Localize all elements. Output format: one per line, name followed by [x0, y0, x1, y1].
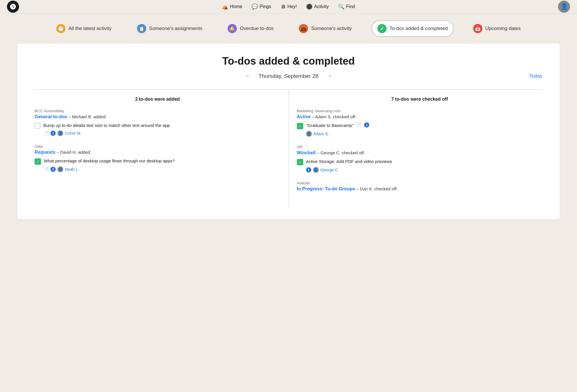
- assignments-icon: 📋: [137, 24, 146, 33]
- assignee-name-c1[interactable]: Adam S.: [314, 132, 329, 136]
- all-activity-icon: 🕐: [56, 24, 65, 33]
- nav-home-label: Home: [230, 4, 242, 9]
- todo-meta-1: 📄 1 👤 Conor M.: [44, 130, 280, 136]
- find-icon: 🔍: [338, 3, 344, 10]
- todos-added-icon: ✓: [377, 24, 387, 33]
- comment-count-c1: 1: [364, 122, 369, 127]
- todo-checked-by-2: Winchell – George C. checked off:: [297, 150, 543, 155]
- todo-group-data: Data Requests – David H. added: ✓ What p…: [35, 144, 280, 172]
- comment-count-1: 1: [50, 131, 56, 136]
- assignee-avatar-2: 👤: [57, 166, 63, 172]
- nav-find[interactable]: 🔍 Find: [338, 3, 355, 10]
- project-label-sip: SIP: [297, 145, 543, 149]
- todo-meta-c1: 👤 Adam S.: [306, 131, 543, 137]
- completed-column-header: 7 to-dos were checked off: [297, 97, 543, 102]
- filter-todos-label: To-dos added & completed: [389, 26, 448, 31]
- todo-item-2: ✓ What percentage of desktop usage flows…: [35, 158, 280, 165]
- todo-group-sip: SIP Winchell – George C. checked off: ✓ …: [297, 145, 543, 173]
- date-navigation: ← Thursday, September 28 → Today: [35, 72, 542, 80]
- todo-text-1: Bump up to-do details text size to match…: [43, 122, 170, 128]
- comment-icon-1: 📄: [44, 131, 49, 136]
- added-column-header: 2 to-dos were added: [35, 97, 280, 102]
- project-label-marketing: Marketing: basecamp.com: [297, 109, 543, 113]
- activity-icon: ⚫: [306, 3, 312, 10]
- comment-icon-2: 📄: [44, 167, 49, 172]
- todo-list-link-c1[interactable]: Active: [297, 114, 311, 119]
- todo-added-by-2: Requests – David H. added:: [35, 150, 280, 155]
- nav-find-label: Find: [346, 4, 355, 9]
- nav-activity[interactable]: ⚫ Activity: [306, 3, 329, 10]
- todo-list-link-1[interactable]: General to-dos: [35, 114, 67, 119]
- filter-assignments-label: Someone's assignments: [149, 26, 203, 31]
- page-title: To-dos added & completed: [35, 55, 542, 67]
- current-date: Thursday, September 28: [258, 73, 319, 79]
- overdue-icon: 🔔: [228, 24, 237, 33]
- todo-checkbox-checked-c2[interactable]: ✓: [297, 159, 303, 165]
- todo-list-link-c3[interactable]: In Progress: To-do Groups: [297, 186, 355, 191]
- todo-list-link-2[interactable]: Requests: [35, 150, 55, 155]
- todo-item-c1: ✓ "Graduate to Basecamp" 📄 1: [297, 122, 543, 129]
- nav-home[interactable]: ⛺ Home: [222, 3, 242, 10]
- user-avatar[interactable]: 👤: [558, 1, 570, 13]
- assignee-name-c2[interactable]: George C.: [321, 168, 339, 172]
- nav-items: ⛺ Home 💬 Pings 🖥 Hey! ⚫ Activity 🔍 Find: [222, 3, 355, 10]
- assignee-avatar-c2: 👤: [313, 167, 319, 173]
- upcoming-icon: 📅: [473, 24, 482, 33]
- todo-text-2: What percentage of desktop usage flows t…: [44, 158, 175, 164]
- todo-group-accessibility: BC3: Accessibility General to-dos – Mich…: [35, 109, 280, 136]
- todo-added-by-1: General to-dos – Michael B. added:: [35, 114, 280, 119]
- pings-icon: 💬: [252, 3, 258, 10]
- todo-text-c2: Active Storage: Add PDF and video previe…: [306, 158, 392, 164]
- todo-checkbox-empty-1[interactable]: [35, 123, 40, 129]
- comment-count-2: 3: [50, 167, 56, 172]
- main-content: To-dos added & completed ← Thursday, Sep…: [17, 44, 560, 219]
- filter-todos-added-completed[interactable]: ✓ To-dos added & completed: [372, 20, 454, 37]
- filter-someone-activity[interactable]: 💼 Someone's activity: [293, 20, 357, 37]
- todos-added-column: 2 to-dos were added BC3: Accessibility G…: [35, 90, 289, 208]
- someone-activity-icon: 💼: [299, 24, 308, 33]
- filter-upcoming[interactable]: 📅 Upcoming dates: [467, 20, 527, 37]
- filter-all-activity[interactable]: 🕐 All the latest activity: [50, 20, 117, 37]
- nav-hey-label: Hey!: [287, 4, 297, 9]
- assignee-name-2[interactable]: Noah L.: [65, 167, 79, 172]
- nav-pings-label: Pings: [260, 4, 271, 9]
- todo-item-1: Bump up to-do details text size to match…: [35, 122, 280, 129]
- filter-overdue-label: Overdue to-dos: [240, 26, 273, 31]
- todo-list-link-c2[interactable]: Winchell: [297, 150, 316, 155]
- filter-upcoming-label: Upcoming dates: [485, 26, 521, 31]
- todo-group-marketing: Marketing: basecamp.com Active – Adam S.…: [297, 109, 543, 137]
- assignee-avatar-c1: 👤: [306, 131, 312, 137]
- todo-checked-by-3: In Progress: To-do Groups – Dan K. check…: [297, 186, 543, 192]
- todo-group-android: Android In Progress: To-do Groups – Dan …: [297, 181, 543, 192]
- prev-date-arrow[interactable]: ←: [243, 72, 253, 80]
- comment-count-c2: 1: [306, 167, 311, 172]
- today-link[interactable]: Today: [529, 73, 542, 79]
- next-date-arrow[interactable]: →: [324, 72, 334, 80]
- filter-someone-activity-label: Someone's activity: [311, 26, 352, 31]
- nav-hey[interactable]: 🖥 Hey!: [280, 4, 297, 10]
- filter-overdue[interactable]: 🔔 Overdue to-dos: [222, 20, 279, 37]
- todo-columns: 2 to-dos were added BC3: Accessibility G…: [35, 89, 542, 208]
- hey-icon: 🖥: [280, 4, 286, 10]
- project-label-accessibility: BC3: Accessibility: [35, 109, 280, 113]
- top-navigation: ✓ ⛺ Home 💬 Pings 🖥 Hey! ⚫ Activity 🔍 Fin…: [0, 0, 577, 14]
- app-logo[interactable]: ✓: [7, 1, 19, 13]
- todo-meta-c2: 1 👤 George C.: [306, 167, 543, 173]
- nav-pings[interactable]: 💬 Pings: [252, 3, 271, 10]
- todo-checkbox-checked-2[interactable]: ✓: [35, 158, 41, 165]
- assignee-name-1[interactable]: Conor M.: [65, 131, 82, 136]
- todo-checked-by-1: Active – Adam S. checked off:: [297, 114, 543, 119]
- filter-all-activity-label: All the latest activity: [68, 26, 111, 31]
- project-label-android: Android: [297, 181, 543, 185]
- todos-completed-column: 7 to-dos were checked off Marketing: bas…: [289, 90, 543, 208]
- activity-filter-bar: 🕐 All the latest activity 📋 Someone's as…: [0, 14, 577, 44]
- todo-checkbox-checked-c1[interactable]: ✓: [297, 123, 303, 129]
- doc-icon-c1: 📄: [356, 122, 361, 127]
- home-icon: ⛺: [222, 3, 228, 10]
- todo-text-c1: "Graduate to Basecamp": [306, 122, 354, 128]
- filter-assignments[interactable]: 📋 Someone's assignments: [131, 20, 208, 37]
- nav-activity-label: Activity: [314, 4, 329, 9]
- todo-item-c2: ✓ Active Storage: Add PDF and video prev…: [297, 158, 543, 165]
- todo-meta-2: 📄 3 👤 Noah L.: [44, 166, 280, 172]
- assignee-avatar-1: 👤: [57, 130, 63, 136]
